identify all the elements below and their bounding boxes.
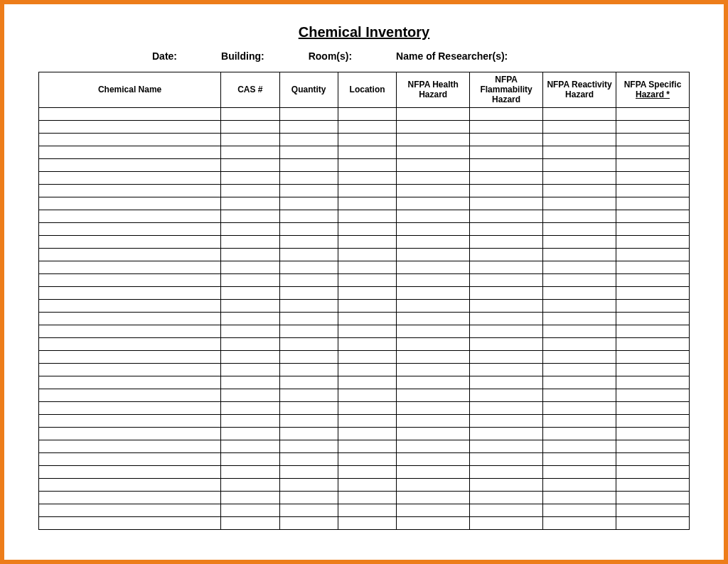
table-row xyxy=(39,261,690,274)
table-cell xyxy=(616,415,690,428)
table-cell xyxy=(470,134,543,146)
table-cell xyxy=(39,249,221,261)
table-cell xyxy=(338,325,396,338)
page-title: Chemical Inventory xyxy=(38,24,690,40)
table-cell xyxy=(221,517,279,530)
table-cell xyxy=(543,313,616,325)
table-cell xyxy=(279,236,338,249)
table-cell xyxy=(470,159,543,172)
table-cell xyxy=(397,134,470,146)
table-cell xyxy=(338,415,396,428)
table-cell xyxy=(221,479,279,492)
table-cell xyxy=(338,313,396,325)
table-cell xyxy=(338,389,396,402)
table-cell xyxy=(543,338,616,351)
table-cell xyxy=(279,300,338,313)
table-cell xyxy=(279,376,338,389)
col-nfpa-specific: NFPA Specific Hazard * xyxy=(616,72,690,108)
table-cell xyxy=(39,364,221,376)
table-cell xyxy=(39,134,221,146)
table-cell xyxy=(39,338,221,351)
table-cell xyxy=(39,492,221,504)
table-cell xyxy=(279,517,338,530)
table-row xyxy=(39,351,690,364)
table-cell xyxy=(543,428,616,440)
table-cell xyxy=(543,376,616,389)
table-cell xyxy=(397,415,470,428)
table-cell xyxy=(543,300,616,313)
table-row xyxy=(39,466,690,479)
table-cell xyxy=(616,402,690,415)
table-cell xyxy=(279,313,338,325)
table-cell xyxy=(616,504,690,517)
table-cell xyxy=(543,287,616,300)
table-cell xyxy=(338,274,396,287)
table-cell xyxy=(279,249,338,261)
table-cell xyxy=(39,440,221,453)
table-cell xyxy=(221,146,279,159)
table-cell xyxy=(221,300,279,313)
table-cell xyxy=(470,517,543,530)
table-body xyxy=(39,108,690,530)
table-cell xyxy=(470,376,543,389)
table-cell xyxy=(616,108,690,121)
table-row xyxy=(39,185,690,197)
table-cell xyxy=(616,479,690,492)
meta-row: Date: Building: Room(s): Name of Researc… xyxy=(38,50,690,62)
table-cell xyxy=(616,134,690,146)
table-cell xyxy=(39,453,221,466)
hazard-star-text: Hazard * xyxy=(636,90,670,99)
col-nfpa-reactivity: NFPA Reactivity Hazard xyxy=(543,72,616,108)
table-cell xyxy=(616,236,690,249)
table-cell xyxy=(543,223,616,236)
table-row xyxy=(39,210,690,223)
table-cell xyxy=(39,402,221,415)
table-cell xyxy=(543,172,616,185)
table-cell xyxy=(397,364,470,376)
table-cell xyxy=(279,479,338,492)
table-cell xyxy=(397,249,470,261)
table-cell xyxy=(397,492,470,504)
table-cell xyxy=(470,210,543,223)
table-cell xyxy=(338,364,396,376)
table-row xyxy=(39,453,690,466)
table-cell xyxy=(221,453,279,466)
table-cell xyxy=(616,172,690,185)
rooms-label: Room(s): xyxy=(309,50,352,62)
table-row xyxy=(39,274,690,287)
table-cell xyxy=(279,440,338,453)
table-cell xyxy=(397,440,470,453)
table-cell xyxy=(470,274,543,287)
table-cell xyxy=(397,287,470,300)
table-cell xyxy=(543,210,616,223)
table-cell xyxy=(616,440,690,453)
table-cell xyxy=(221,223,279,236)
table-cell xyxy=(543,249,616,261)
table-cell xyxy=(39,236,221,249)
table-cell xyxy=(470,479,543,492)
table-cell xyxy=(279,159,338,172)
table-cell xyxy=(39,313,221,325)
table-cell xyxy=(543,325,616,338)
table-cell xyxy=(39,517,221,530)
table-row xyxy=(39,172,690,185)
table-cell xyxy=(470,325,543,338)
table-cell xyxy=(616,364,690,376)
table-row xyxy=(39,134,690,146)
table-cell xyxy=(543,185,616,197)
table-cell xyxy=(470,121,543,134)
table-cell xyxy=(279,274,338,287)
table-cell xyxy=(279,428,338,440)
table-cell xyxy=(616,210,690,223)
table-cell xyxy=(616,146,690,159)
table-cell xyxy=(221,134,279,146)
table-cell xyxy=(338,402,396,415)
table-cell xyxy=(543,261,616,274)
table-row xyxy=(39,504,690,517)
table-cell xyxy=(470,197,543,210)
table-cell xyxy=(279,185,338,197)
table-cell xyxy=(470,185,543,197)
table-cell xyxy=(279,402,338,415)
table-cell xyxy=(221,325,279,338)
table-row xyxy=(39,249,690,261)
